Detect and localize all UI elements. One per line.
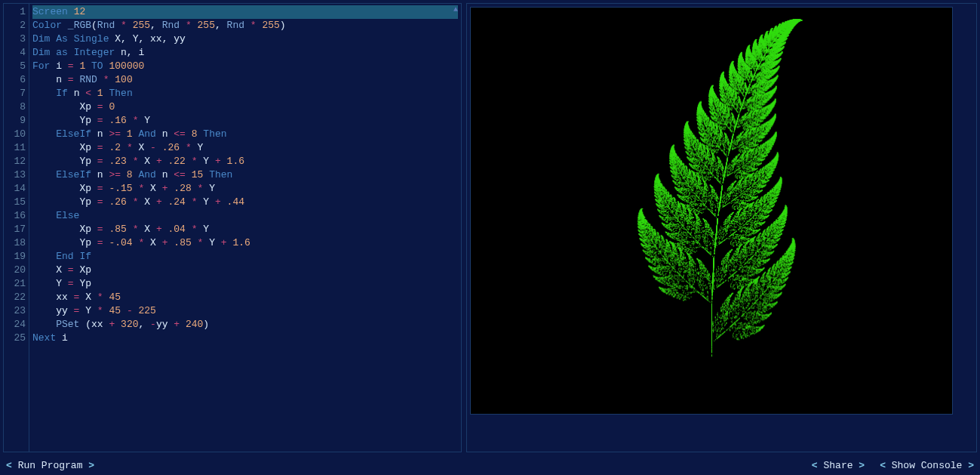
- line-number: 18: [5, 236, 26, 250]
- code-line[interactable]: Next i: [32, 332, 458, 345]
- line-number: 12: [5, 155, 26, 168]
- code-line[interactable]: Else: [32, 209, 458, 223]
- code-line[interactable]: Xp = .85 * X + .04 * Y: [32, 223, 458, 236]
- code-line[interactable]: Dim As Single X, Y, xx, yy: [32, 32, 458, 46]
- code-line[interactable]: Yp = .16 * Y: [32, 114, 458, 128]
- code-line[interactable]: PSet (xx + 320, -yy + 240): [32, 318, 458, 332]
- code-line[interactable]: Dim as Integer n, i: [32, 46, 458, 60]
- code-line[interactable]: Xp = -.15 * X + .28 * Y: [32, 182, 458, 196]
- scroll-indicator-icon: ▲: [453, 5, 459, 14]
- code-line[interactable]: xx = X * 45: [32, 291, 458, 304]
- code-line[interactable]: End If: [32, 250, 458, 264]
- line-number: 4: [5, 46, 26, 60]
- line-number-gutter: 1234567891011121314151617181920212223242…: [4, 4, 29, 452]
- code-line[interactable]: ElseIf n >= 8 And n <= 15 Then: [32, 168, 458, 182]
- code-line[interactable]: ElseIf n >= 1 And n <= 8 Then: [32, 128, 458, 141]
- code-line[interactable]: yy = Y * 45 - 225: [32, 304, 458, 318]
- code-editor[interactable]: Screen 12Color _RGB(Rnd * 255, Rnd * 255…: [29, 4, 461, 452]
- run-program-button[interactable]: < Run Program >: [6, 460, 94, 471]
- code-line[interactable]: Y = Yp: [32, 277, 458, 291]
- code-line[interactable]: Color _RGB(Rnd * 255, Rnd * 255, Rnd * 2…: [32, 19, 458, 32]
- line-number: 24: [5, 318, 26, 332]
- output-panel: [466, 3, 977, 452]
- line-number: 20: [5, 264, 26, 277]
- line-number: 9: [5, 114, 26, 128]
- line-number: 19: [5, 250, 26, 264]
- line-number: 7: [5, 87, 26, 100]
- footer-bar: < Run Program > < Share > < Show Console…: [0, 455, 980, 475]
- code-line[interactable]: Yp = .23 * X + .22 * Y + 1.6: [32, 155, 458, 168]
- line-number: 8: [5, 100, 26, 114]
- code-line[interactable]: Xp = 0: [32, 100, 458, 114]
- line-number: 3: [5, 32, 26, 46]
- line-number: 13: [5, 168, 26, 182]
- code-line[interactable]: For i = 1 TO 100000: [32, 60, 458, 73]
- line-number: 1: [5, 5, 26, 19]
- line-number: 6: [5, 73, 26, 87]
- line-number: 15: [5, 196, 26, 209]
- share-button[interactable]: < Share >: [812, 460, 865, 471]
- code-line[interactable]: Yp = -.04 * X + .85 * Y + 1.6: [32, 236, 458, 250]
- line-number: 14: [5, 182, 26, 196]
- line-number: 5: [5, 60, 26, 73]
- line-number: 10: [5, 128, 26, 141]
- code-line[interactable]: If n < 1 Then: [32, 87, 458, 100]
- line-number: 17: [5, 223, 26, 236]
- code-line[interactable]: Screen 12: [32, 5, 458, 19]
- line-number: 11: [5, 141, 26, 155]
- program-output-canvas: [470, 7, 953, 415]
- show-console-button[interactable]: < Show Console >: [880, 460, 974, 471]
- line-number: 22: [5, 291, 26, 304]
- line-number: 21: [5, 277, 26, 291]
- code-line[interactable]: Yp = .26 * X + .24 * Y + .44: [32, 196, 458, 209]
- line-number: 25: [5, 332, 26, 345]
- line-number: 16: [5, 209, 26, 223]
- code-line[interactable]: Xp = .2 * X - .26 * Y: [32, 141, 458, 155]
- code-editor-panel: 1234567891011121314151617181920212223242…: [3, 3, 462, 452]
- line-number: 2: [5, 19, 26, 32]
- code-line[interactable]: n = RND * 100: [32, 73, 458, 87]
- code-line[interactable]: X = Xp: [32, 264, 458, 277]
- line-number: 23: [5, 304, 26, 318]
